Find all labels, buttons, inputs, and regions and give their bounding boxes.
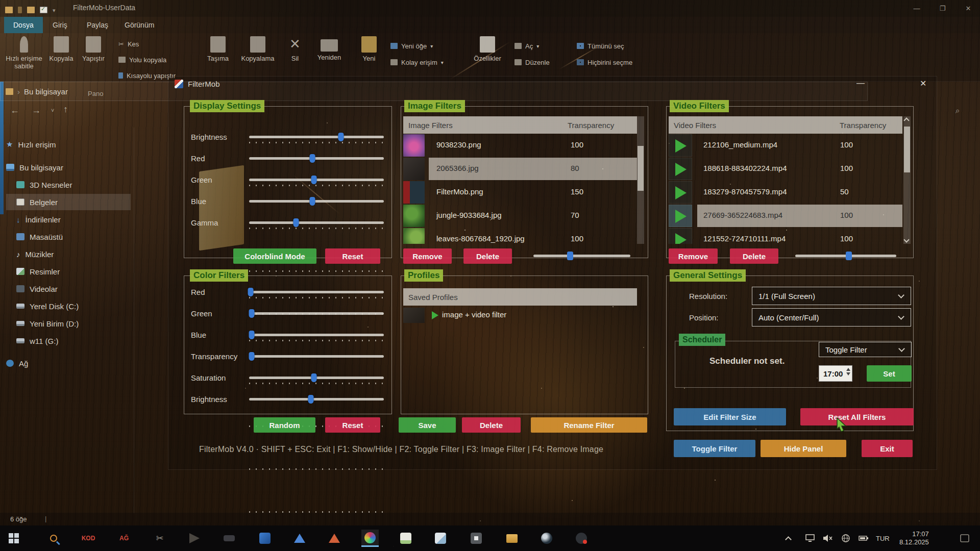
video-row[interactable]: 188618-883402224.mp4100 (669, 157, 902, 181)
delete-button[interactable]: Sil (282, 36, 308, 62)
edit-button[interactable]: Düzenle (514, 57, 550, 68)
taskbar-app-record[interactable] (573, 530, 590, 547)
tray-battery[interactable] (859, 525, 869, 551)
sidebar-item-3d-objects[interactable]: 3D Nesneler (16, 177, 141, 193)
cf-transparency-slider[interactable] (249, 355, 384, 358)
forward-icon[interactable]: → (32, 105, 41, 116)
cf-saturation-slider[interactable] (249, 377, 384, 379)
profile-delete-button[interactable]: Delete (462, 417, 521, 433)
image-row[interactable]: leaves-8067684_1920.jpg100 (403, 228, 637, 244)
up-icon[interactable]: ↑ (63, 104, 68, 115)
green-slider[interactable] (249, 179, 384, 181)
reset-all-filters-button[interactable]: Reset All Filters (800, 408, 914, 425)
video-row[interactable]: 121552-724710111.mp4100 (669, 228, 902, 244)
tray-display[interactable] (805, 525, 815, 551)
easy-access-button[interactable]: Kolay erişim▾ (390, 57, 444, 68)
random-button[interactable]: Random (254, 417, 315, 433)
image-delete-button[interactable]: Delete (463, 248, 512, 264)
qat-folder2-icon[interactable] (27, 7, 35, 13)
cf-green-slider[interactable] (249, 312, 384, 315)
image-remove-button[interactable]: Remove (403, 248, 452, 264)
tray-clock[interactable]: 17:07 8.12.2025 (899, 525, 929, 551)
sidebar-item-music[interactable]: ♪Müzikler (16, 246, 141, 262)
paste-button[interactable]: Yapıştır (77, 36, 110, 62)
cf-blue-slider[interactable] (249, 334, 384, 336)
sidebar-item-disk-d[interactable]: Yeni Birim (D:) (16, 315, 141, 332)
scheduler-action-dropdown[interactable]: Toggle Filter (819, 342, 912, 357)
video-row[interactable]: 212106_medium.mp4100 (669, 134, 902, 157)
qat-dropdown-icon[interactable]: ▾ (53, 7, 56, 13)
slider-thumb[interactable] (248, 288, 253, 296)
paste-shortcut-button[interactable]: Kısayolu yapıştır (118, 70, 176, 81)
pin-quick-access-button[interactable]: Hızlı erişime sabitle (2, 36, 46, 70)
slider-thumb[interactable] (310, 197, 315, 206)
taskbar-app-scissors[interactable]: ✂ (151, 530, 168, 547)
image-row[interactable]: jungle-9033684.jpg70 (403, 204, 637, 228)
tab-dosya[interactable]: Dosya (4, 17, 43, 33)
image-row-selected[interactable]: 2065366.jpg80 (403, 157, 637, 181)
video-remove-button[interactable]: Remove (669, 248, 718, 264)
taskbar-app-arrow-red[interactable] (326, 530, 343, 547)
copy-button[interactable]: Kopyala (45, 36, 78, 62)
scroll-down-icon[interactable] (903, 237, 909, 242)
taskbar-app-steam[interactable] (538, 530, 555, 547)
sidebar-item-disk-g[interactable]: w11 (G:) (16, 333, 141, 349)
hide-panel-button[interactable]: Hide Panel (761, 440, 846, 457)
sidebar-item-videos[interactable]: Videolar (16, 281, 141, 297)
taskbar-app-notepad[interactable] (397, 530, 414, 547)
gamma-slider[interactable] (249, 221, 384, 224)
slider-thumb[interactable] (311, 176, 316, 184)
copy-to-button[interactable]: Kopyalama (235, 36, 281, 62)
resolution-dropdown[interactable]: 1/1 (Full Screen) (752, 287, 911, 305)
edit-filter-size-button[interactable]: Edit Filter Size (674, 408, 786, 425)
select-all-button[interactable]: Tümünü seç (577, 40, 624, 52)
toggle-filter-button[interactable]: Toggle Filter (674, 440, 755, 457)
open-button[interactable]: Aç▾ (514, 40, 539, 52)
tray-volume-muted[interactable] (823, 525, 833, 551)
taskbar-app-ag[interactable]: AĞ (115, 530, 133, 547)
video-delete-button[interactable]: Delete (730, 248, 778, 264)
taskbar-app-filtermob[interactable] (361, 530, 379, 547)
sidebar-item-downloads[interactable]: ↓İndirilenler (16, 211, 141, 228)
tab-giris[interactable]: Giriş (43, 17, 77, 33)
taskbar-app-blue[interactable] (256, 530, 274, 547)
sidebar-item-desktop[interactable]: Masaüstü (16, 229, 141, 245)
select-none-button[interactable]: Hiçbirini seçme (577, 57, 632, 68)
profile-row[interactable]: image + video filter (403, 307, 637, 324)
rename-button[interactable]: Yeniden (309, 36, 349, 61)
slider-thumb[interactable] (846, 252, 852, 260)
taskbar-app-display[interactable] (468, 530, 485, 547)
cf-brightness-slider[interactable] (249, 398, 384, 400)
color-reset-button[interactable]: Reset (325, 417, 380, 433)
cut-button[interactable]: ✂Kes (118, 38, 139, 49)
maximize-button[interactable]: ❐ (931, 0, 954, 17)
scheduler-time-spinner[interactable]: 17:00 (819, 365, 852, 382)
qat-checkbox-icon[interactable] (40, 7, 47, 13)
qat-folder-icon[interactable] (5, 7, 13, 13)
display-reset-button[interactable]: Reset (325, 248, 380, 264)
slider-thumb[interactable] (249, 331, 255, 339)
rename-filter-button[interactable]: Rename Filter (531, 417, 647, 433)
taskbar-app-installer[interactable] (432, 530, 449, 547)
video-row-selected[interactable]: 27669-365224683.mp4100 (669, 204, 902, 228)
minimize-button[interactable]: — (905, 0, 928, 17)
slider-thumb[interactable] (308, 395, 314, 404)
taskbar-app-arrow-blue[interactable] (291, 530, 308, 547)
slider-thumb[interactable] (293, 218, 299, 227)
tab-gorunum[interactable]: Görünüm (115, 17, 163, 33)
move-to-button[interactable]: Taşıma (199, 36, 237, 62)
new-folder-button[interactable]: Yeni (353, 36, 385, 62)
image-list-scrollbar[interactable] (637, 116, 644, 244)
filtermob-close-icon[interactable]: ✕ (920, 79, 926, 88)
notification-center-button[interactable] (960, 525, 970, 551)
taskbar-search-button[interactable] (45, 530, 62, 547)
sidebar-item-quick-access[interactable]: ★Hızlı erişim (6, 136, 131, 153)
scheduler-set-button[interactable]: Set (867, 365, 912, 382)
search-icon[interactable]: ⌕ (955, 106, 960, 115)
sidebar-item-this-pc[interactable]: Bu bilgisayar (6, 159, 131, 176)
slider-thumb[interactable] (567, 252, 573, 260)
image-row[interactable]: FilterMob.png150 (403, 181, 637, 204)
tab-paylas[interactable]: Paylaş (78, 17, 117, 33)
sidebar-item-documents[interactable]: Belgeler (6, 194, 131, 210)
filtermob-minimize-icon[interactable]: — (856, 79, 865, 88)
